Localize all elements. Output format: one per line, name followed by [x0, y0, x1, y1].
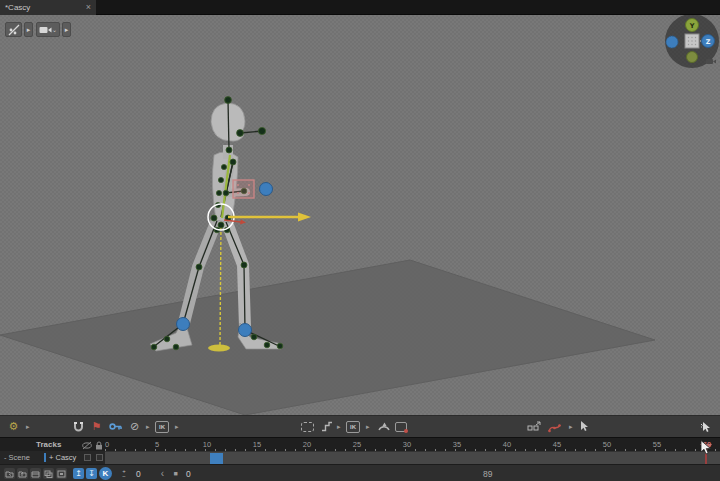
tab-bar: *Cascy ×: [0, 0, 720, 15]
stop-button[interactable]: ■: [170, 468, 181, 479]
red-curve-icon: [548, 421, 561, 433]
track-visibility-checkbox[interactable]: [84, 454, 91, 461]
track-shift-icon: [527, 421, 541, 433]
no-key-icon[interactable]: ⊘: [126, 418, 143, 435]
ruler-tick[interactable]: 40: [503, 440, 511, 449]
nav-gizmo[interactable]: Y Z: [665, 15, 719, 68]
info-readout: 89: [483, 469, 492, 479]
ruler-tick[interactable]: 5: [155, 440, 159, 449]
key-mode-expand-icon[interactable]: ▸: [146, 423, 150, 431]
ankle-handle-front[interactable]: [239, 324, 252, 337]
autophysics-gear-icon[interactable]: ⚙: [5, 418, 22, 435]
gear-expand-icon[interactable]: ▸: [26, 423, 30, 431]
stamp-keyframe-button[interactable]: [56, 468, 67, 479]
ruler-tick[interactable]: 30: [403, 440, 411, 449]
mouse-cursor: [700, 440, 713, 456]
arc-arrow-icon: [377, 421, 391, 432]
mirror-pose-button[interactable]: [30, 468, 41, 479]
pin-cursor-icon: [700, 421, 711, 433]
tab-close-icon[interactable]: ×: [86, 3, 91, 12]
ik-fk-expand-icon[interactable]: ▸: [366, 423, 370, 431]
track-row: - Scene + Cascy: [0, 451, 720, 464]
scene-tab[interactable]: *Cascy ×: [0, 0, 96, 15]
track-visibility-icon[interactable]: [82, 441, 92, 450]
step-back-button[interactable]: ‹: [157, 468, 168, 479]
stepper-minus-icon[interactable]: −: [122, 474, 126, 479]
insert-frame-button[interactable]: ↥: [73, 468, 84, 479]
keyframe-interval-block[interactable]: [210, 453, 223, 464]
scene-tab-title: *Cascy: [5, 3, 30, 12]
nav-axis-x-ball[interactable]: [666, 36, 678, 48]
cursor-icon: [580, 421, 589, 432]
ruler-tick[interactable]: 0: [105, 440, 109, 449]
nav-axis-y-neg-ball[interactable]: [687, 52, 698, 63]
nav-axis-y-label: Y: [689, 22, 695, 30]
interpolation-expand-icon[interactable]: ▸: [337, 423, 341, 431]
hand-selection-box[interactable]: [233, 180, 254, 198]
floor-grid: [0, 260, 655, 415]
viewport-3d[interactable]: ▸ ⌄ ▸: [0, 15, 720, 415]
trajectory-expand-icon[interactable]: ▸: [569, 423, 573, 431]
scene-canvas[interactable]: Y Z: [0, 15, 720, 415]
magnet-icon: [73, 421, 84, 433]
center-of-mass-marker: [208, 345, 230, 352]
pick-cursor-button[interactable]: [576, 418, 593, 435]
interval-value: 0: [136, 469, 141, 479]
track-lock-checkbox[interactable]: [96, 454, 103, 461]
frame-counter-value: 0: [186, 469, 191, 479]
ruler-tick[interactable]: 15: [253, 440, 261, 449]
animation-track-lane[interactable]: [105, 451, 720, 464]
scene-track-toggle[interactable]: - Scene: [4, 453, 30, 462]
tween-arc-button[interactable]: [375, 418, 392, 435]
track-shift-button[interactable]: [525, 418, 542, 435]
selection-marquee-icon[interactable]: [301, 422, 314, 432]
nav-camera-icon[interactable]: [706, 59, 716, 64]
copy-pose-button[interactable]: [4, 468, 15, 479]
cascy-track-toggle[interactable]: + Cascy: [49, 453, 76, 462]
magnet-tool-button[interactable]: [70, 418, 87, 435]
move-gizmo-x-arrow[interactable]: [228, 213, 311, 222]
ruler-tick[interactable]: 35: [453, 440, 461, 449]
paste-pose-button[interactable]: [17, 468, 28, 479]
ankle-handle-back[interactable]: [177, 318, 190, 331]
hand-handle[interactable]: [260, 183, 273, 196]
ruler-tick[interactable]: 10: [203, 440, 211, 449]
track-lock-icon[interactable]: [95, 441, 103, 450]
animation-toolbar: ⚙ ▸ ⚑ ⊘ ▸ IK ▸ ▸ IK ▸: [0, 415, 720, 437]
ruler-tick[interactable]: 20: [303, 440, 311, 449]
active-track-indicator: [44, 453, 46, 462]
ik-fk-switch-button[interactable]: IK: [346, 421, 360, 433]
ruler-tick[interactable]: 50: [603, 440, 611, 449]
ik-mode-expand-icon[interactable]: ▸: [175, 423, 179, 431]
ghost-frame-icon[interactable]: [395, 422, 407, 432]
ruler-tick[interactable]: 45: [553, 440, 561, 449]
timeline-ruler[interactable]: Tracks 0 5 10 15 20 25 30 35 40 45 50 55…: [0, 437, 720, 451]
ruler-tick[interactable]: 25: [353, 440, 361, 449]
nav-axis-z-label: Z: [706, 38, 711, 46]
flag-marker-icon[interactable]: ⚑: [88, 418, 105, 435]
key-icon: [109, 421, 122, 432]
pin-cursor-button[interactable]: [697, 418, 714, 435]
duplicate-frames-button[interactable]: [43, 468, 54, 479]
trajectory-button[interactable]: [546, 418, 563, 435]
status-bar: ↥ ↧ K + − 0 ‹ ■ 0 89: [0, 464, 720, 481]
remove-frame-button[interactable]: ↧: [86, 468, 97, 479]
auto-interpolation-button[interactable]: K: [99, 467, 112, 480]
cascadeur-window: *Cascy × ▸ ⌄ ▸: [0, 0, 720, 481]
step-curve-icon: [321, 421, 333, 432]
ik-mode-button[interactable]: IK: [155, 421, 169, 433]
interval-stepper[interactable]: + −: [120, 467, 128, 480]
keyframe-key-button[interactable]: [107, 418, 124, 435]
ruler-tick[interactable]: 55: [653, 440, 661, 449]
interpolation-step-button[interactable]: [318, 418, 335, 435]
tracks-header-label: Tracks: [36, 440, 61, 449]
